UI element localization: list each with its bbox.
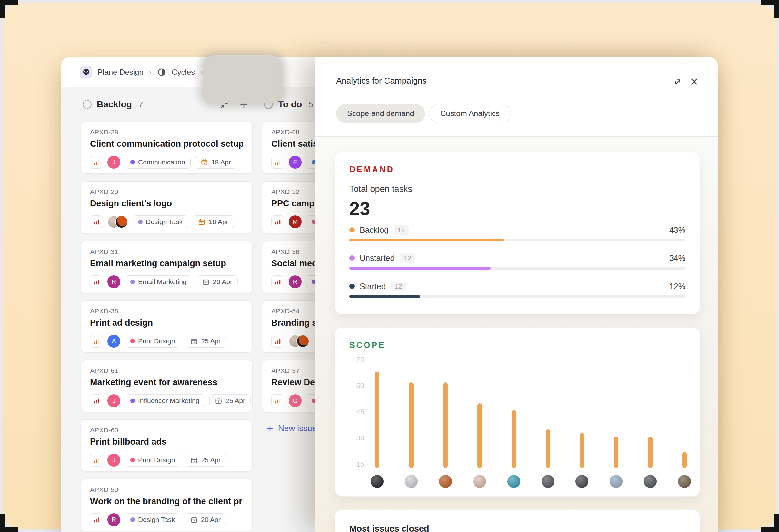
issue-badges: A Print Design 25 Apr <box>90 335 226 347</box>
state-percent: 12% <box>669 282 685 291</box>
member-avatar[interactable] <box>610 475 622 488</box>
member-avatar[interactable] <box>473 475 486 488</box>
priority-badge[interactable] <box>90 275 103 288</box>
new-issue-button[interactable]: New issue <box>266 423 317 433</box>
label-badge[interactable]: Print Design <box>125 454 180 467</box>
label-text: Design Task <box>138 516 175 524</box>
scope-bar[interactable] <box>512 410 516 468</box>
column-backlog: Backlog 7 <box>81 87 252 532</box>
member-avatar[interactable] <box>644 475 657 488</box>
issue-badges: J Influencer Marketing 25 Apr <box>90 394 251 407</box>
label-badge[interactable]: Design Task <box>133 215 188 228</box>
priority-badge[interactable] <box>90 156 103 169</box>
issue-card[interactable]: APXD-61 Marketing event for awareness J … <box>81 360 252 412</box>
calendar-icon <box>202 278 210 286</box>
priority-bars-icon <box>93 516 100 523</box>
assignee-avatars[interactable] <box>289 335 309 347</box>
label-badge[interactable]: Communication <box>125 156 191 169</box>
priority-badge[interactable] <box>271 275 284 288</box>
scope-bar[interactable] <box>443 382 448 468</box>
state-percent: 34% <box>669 253 685 263</box>
issue-id: APXD-28 <box>90 128 243 136</box>
due-date-badge[interactable]: 25 Apr <box>209 394 251 407</box>
label-text: Influencer Marketing <box>138 397 199 405</box>
scope-bar[interactable] <box>682 452 687 468</box>
assignee-avatar[interactable]: R <box>289 275 302 288</box>
due-date-badge[interactable]: 25 Apr <box>185 335 226 347</box>
scope-bar[interactable] <box>409 382 414 468</box>
assignee-avatar[interactable]: A <box>107 335 120 347</box>
most-issues-card: Most issues closed <box>335 510 700 532</box>
issue-card[interactable]: APXD-38 Print ad design A Print Design 2… <box>81 301 252 353</box>
scope-bar[interactable] <box>580 433 584 468</box>
assignee-avatar[interactable]: E <box>289 156 302 169</box>
demand-row: Unstarted 12 34% <box>349 253 685 263</box>
issue-badges: J Communication 18 Apr <box>90 156 236 169</box>
scope-bar[interactable] <box>477 403 482 468</box>
issue-card[interactable]: APXD-31 Email marketing campaign setup R… <box>81 241 252 293</box>
label-text: Print Design <box>138 456 175 464</box>
priority-badge[interactable] <box>90 394 103 407</box>
gridline <box>372 389 691 390</box>
label-dot-icon <box>130 518 135 522</box>
issue-card[interactable]: APXD-59 Work on the branding of the clie… <box>81 479 252 531</box>
y-axis-tick-label: 60 <box>347 382 364 390</box>
label-text: Communication <box>138 158 185 166</box>
priority-badge[interactable] <box>271 156 284 169</box>
label-badge[interactable]: Influencer Marketing <box>125 394 205 407</box>
priority-badge[interactable] <box>271 394 284 407</box>
member-avatar[interactable] <box>507 475 520 488</box>
scope-bar[interactable] <box>546 429 550 468</box>
scope-card: SCOPE 7560453015 <box>335 327 700 496</box>
priority-badge[interactable] <box>90 454 103 467</box>
breadcrumb-section[interactable]: Cycles <box>172 68 195 77</box>
assignee-avatar[interactable]: R <box>107 275 120 288</box>
assignee-avatar[interactable]: M <box>289 215 302 228</box>
assignee-avatar[interactable]: G <box>289 394 302 407</box>
expand-modal-icon[interactable] <box>673 77 682 88</box>
breadcrumb-project[interactable]: Plane Design <box>98 68 143 77</box>
tab-scope-and-demand[interactable]: Scope and demand <box>336 104 425 123</box>
member-avatar[interactable] <box>371 475 383 488</box>
priority-badge[interactable] <box>90 335 103 347</box>
scope-bar[interactable] <box>648 437 653 468</box>
issue-card[interactable]: APXD-60 Print billboard ads J Print Desi… <box>81 419 252 472</box>
assignee-avatar[interactable]: J <box>107 394 120 407</box>
priority-badge[interactable] <box>271 335 284 347</box>
label-badge[interactable]: Email Marketing <box>125 275 192 288</box>
scope-bar[interactable] <box>375 372 379 468</box>
member-avatar[interactable] <box>576 475 588 488</box>
workspace-logo-icon[interactable] <box>80 66 92 78</box>
due-date-badge[interactable]: 25 Apr <box>185 454 226 467</box>
close-modal-icon[interactable] <box>689 76 699 88</box>
tab-custom-analytics[interactable]: Custom Analytics <box>429 104 511 123</box>
priority-badge[interactable] <box>271 215 284 228</box>
assignee-avatar[interactable]: R <box>107 513 120 526</box>
issue-badges: Design Task 18 Apr <box>90 215 234 228</box>
due-date-badge[interactable]: 18 Apr <box>195 156 236 169</box>
member-avatar[interactable] <box>439 475 452 488</box>
label-dot-icon <box>130 399 135 403</box>
assignee-avatar[interactable]: J <box>107 454 120 467</box>
member-avatar[interactable] <box>678 475 691 488</box>
label-dot-icon <box>130 458 135 462</box>
label-dot-icon <box>130 279 135 284</box>
label-badge[interactable]: Design Task <box>125 513 180 526</box>
assignee-avatars[interactable] <box>107 215 128 228</box>
issue-card[interactable]: APXD-29 Design client's logo Design Task <box>81 181 252 234</box>
issue-card[interactable]: APXD-28 Client communication protocol se… <box>81 122 252 174</box>
priority-bars-icon <box>93 159 100 166</box>
priority-badge[interactable] <box>90 513 103 526</box>
column-name: To do <box>278 99 302 110</box>
member-avatar[interactable] <box>542 475 554 488</box>
total-open-tasks-label: Total open tasks <box>349 184 412 194</box>
gridline <box>372 363 691 363</box>
scope-bar[interactable] <box>614 437 618 468</box>
member-avatar[interactable] <box>405 475 418 488</box>
due-date-badge[interactable]: 20 Apr <box>197 275 238 288</box>
due-date-badge[interactable]: 20 Apr <box>185 513 226 526</box>
assignee-avatar[interactable]: J <box>107 156 120 169</box>
priority-badge[interactable] <box>90 215 103 228</box>
due-date-badge[interactable]: 18 Apr <box>193 215 234 228</box>
label-badge[interactable]: Print Design <box>125 335 180 347</box>
